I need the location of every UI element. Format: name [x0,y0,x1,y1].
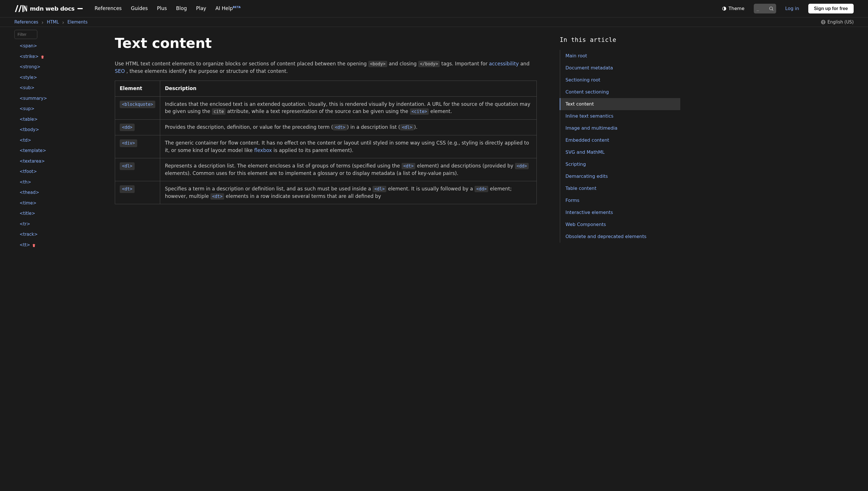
cell-element: <div> [115,135,160,158]
sidebar-item-label: <th> [20,179,31,185]
logo-mark-icon [15,5,28,12]
toc-item[interactable]: Inline text semantics [560,110,680,122]
toc-title: In this article [560,35,680,45]
language-picker[interactable]: English (US) [821,19,853,26]
svg-rect-0 [22,5,24,12]
table-row: <div>The generic container for flow cont… [115,135,537,158]
signup-button[interactable]: Sign up for free [808,4,853,13]
crumb-references[interactable]: References [15,19,38,26]
nav-blog[interactable]: Blog [176,5,187,12]
sidebar-item-label: <table> [20,116,37,123]
element-link[interactable]: <blockquote> [120,101,155,108]
table-row: <dl>Represents a description list. The e… [115,158,537,181]
search-input[interactable] [754,4,776,13]
sidebar-item[interactable]: <table> [20,114,103,125]
sidebar-item[interactable]: <th> [20,177,103,187]
theme-os-icon [722,6,727,11]
table-row: <dt>Specifies a term in a description or… [115,181,537,204]
sidebar-item[interactable]: <style> [20,72,103,83]
sidebar-item-label: <span> [20,43,37,49]
link-accessibility[interactable]: accessibility [489,61,519,66]
sidebar-item[interactable]: <span> [20,41,103,51]
cell-description: Provides the description, definition, or… [160,119,537,135]
nav-ai-help[interactable]: AI HelpBETA [215,5,241,12]
element-link[interactable]: <dt> [120,185,135,193]
theme-toggle[interactable]: Theme [722,5,744,12]
toc-item[interactable]: Scripting [560,158,680,170]
th-description: Description [160,81,537,97]
toc-item[interactable]: Main root [560,50,680,62]
code-element-link[interactable]: <dt> [210,193,224,200]
cell-element: <dl> [115,158,160,181]
sidebar-item[interactable]: <thead> [20,187,103,198]
logo-underscore-icon [78,8,83,9]
logo[interactable]: mdn web docs [15,4,83,13]
element-link[interactable]: <dl> [120,162,135,170]
element-link[interactable]: <div> [120,139,137,147]
code-element-link[interactable]: <dl> [400,124,414,131]
code-element-link[interactable]: <dd> [515,163,529,169]
sidebar-item-label: <sup> [20,106,34,112]
main-content: Text content Use HTML text content eleme… [103,27,551,491]
toc-item[interactable]: Obsolete and deprecated elements [560,231,680,242]
sidebar-item[interactable]: <title> [20,208,103,219]
sidebar-item[interactable]: <summary> [20,93,103,104]
toc-item[interactable]: Web Components [560,219,680,231]
sidebar-item[interactable]: <time> [20,198,103,208]
toc-item[interactable]: Document metadata [560,62,680,74]
nav-plus[interactable]: Plus [157,5,167,12]
code-element-link[interactable]: <dd> [474,186,488,192]
sidebar-item[interactable]: <tfoot> [20,166,103,177]
sidebar-item[interactable]: <tr> [20,219,103,229]
sidebar-item-label: <textarea> [20,158,45,165]
toc-item[interactable]: SVG and MathML [560,146,680,158]
toc-item[interactable]: Embedded content [560,134,680,146]
cell-description: Specifies a term in a description or def… [160,181,537,204]
sidebar-item[interactable]: <tt> [20,240,103,250]
cell-description: Indicates that the enclosed text is an e… [160,96,537,119]
th-element: Element [115,81,160,97]
toc-item[interactable]: Content sectioning [560,86,680,98]
toc-item[interactable]: Demarcating edits [560,170,680,182]
intro-text-1: Use HTML text content elements to organi… [115,61,368,66]
sidebar-item[interactable]: <sup> [20,104,103,114]
element-link[interactable]: <dd> [120,124,135,132]
inline-link[interactable]: flexbox [254,147,272,153]
chevron-right-icon [61,20,65,24]
sidebar-item[interactable]: <strong> [20,62,103,72]
sidebar-item[interactable]: <strike> [20,51,103,62]
sidebar-item[interactable]: <sub> [20,83,103,93]
toc-item[interactable]: Image and multimedia [560,122,680,134]
sidebar-item-label: <tt> [20,242,30,249]
toc-item[interactable]: Table content [560,182,680,195]
sidebar-item[interactable]: <template> [20,145,103,156]
sidebar-item[interactable]: <textarea> [20,156,103,167]
nav-ai-help-label: AI Help [215,5,233,11]
elements-table: Element Description <blockquote>Indicate… [115,81,537,204]
toc-item[interactable]: Forms [560,195,680,206]
toc-item[interactable]: Text content [560,98,680,110]
nav-play[interactable]: Play [196,5,206,12]
sidebar-item-label: <strike> [20,53,39,60]
code-element-link[interactable]: <dt> [333,124,347,131]
beta-badge: BETA [233,6,241,9]
sidebar-item[interactable]: <tbody> [20,124,103,135]
code-element-link[interactable]: <cite> [410,108,429,115]
sidebar-item[interactable]: <td> [20,135,103,146]
toc-item[interactable]: Interactive elements [560,206,680,219]
crumb-elements[interactable]: Elements [67,19,87,26]
intro-paragraph: Use HTML text content elements to organi… [115,60,534,75]
sidebar-filter-input[interactable] [15,30,37,39]
code-element-link[interactable]: <dl> [373,186,386,192]
code-element-link[interactable]: <dt> [402,163,415,169]
intro-text-3: tags. Important for [441,61,489,66]
nav-references[interactable]: References [95,5,122,12]
toc-item[interactable]: Sectioning root [560,74,680,86]
nav-guides[interactable]: Guides [131,5,148,12]
breadcrumb: References HTML Elements [15,19,87,26]
login-link[interactable]: Log in [785,5,799,12]
sidebar-item[interactable]: <track> [20,229,103,240]
crumb-html[interactable]: HTML [47,19,59,26]
logo-text: mdn web docs [30,4,75,13]
link-seo[interactable]: SEO [115,68,125,74]
